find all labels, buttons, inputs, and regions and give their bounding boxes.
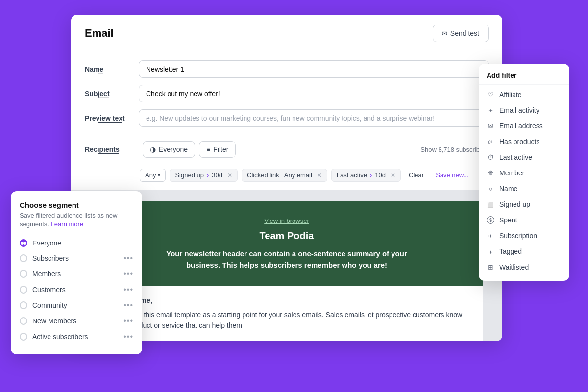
add-filter-title: Add filter <box>479 72 569 85</box>
heart-icon <box>487 91 494 98</box>
filter-tag-last-active: Last active › 10d ✕ <box>331 169 401 182</box>
segment-item-members[interactable]: Members ••• <box>20 266 133 282</box>
preview-text-row: Preview text <box>85 109 489 127</box>
everyone-button[interactable]: Everyone <box>143 141 195 158</box>
dollar-icon <box>487 216 494 224</box>
name-label: Name <box>85 65 139 73</box>
member-icon <box>487 169 494 177</box>
filter-tag-label: Clicked link <box>247 172 279 179</box>
radio-new-members <box>20 317 27 325</box>
radio-active-subscribers <box>20 333 27 341</box>
segment-item-new-members[interactable]: New Members ••• <box>20 313 133 329</box>
send-icon: ✉ <box>442 30 447 37</box>
email-card-header: Email ✉ Send test <box>71 15 502 50</box>
pie-icon <box>150 146 156 153</box>
form-section: Name Subject Preview text <box>71 50 502 127</box>
filter-option-name[interactable]: Name <box>479 181 569 196</box>
segment-item-everyone[interactable]: Everyone <box>20 236 133 250</box>
company-name: Team Podia <box>110 230 463 242</box>
name-input[interactable] <box>139 60 489 78</box>
filter-option-subscription[interactable]: Subscription <box>479 228 569 244</box>
close-icon[interactable]: ✕ <box>317 172 322 179</box>
any-dropdown[interactable]: Any ▾ <box>140 169 166 182</box>
save-new-button[interactable]: Save new... <box>432 169 472 181</box>
close-icon[interactable]: ✕ <box>227 172 232 179</box>
preview-text-input[interactable] <box>139 109 489 127</box>
calendar-icon <box>487 200 494 208</box>
clear-button[interactable]: Clear <box>405 169 428 181</box>
learn-more-link[interactable]: Learn more <box>51 220 83 228</box>
clock-icon <box>487 153 494 161</box>
filter-tag-value: 30d <box>212 172 222 179</box>
segment-panel-title: Choose segment <box>20 201 133 209</box>
segment-item-customers[interactable]: Customers ••• <box>20 282 133 297</box>
email-body: Hi First name, You can use this email te… <box>91 286 483 341</box>
preview-header-text: Your newsletter header can contain a one… <box>164 248 409 270</box>
filter-tag-operator: › <box>207 172 209 179</box>
filter-tag-value: 10d <box>375 172 386 179</box>
name-row: Name <box>85 60 489 78</box>
filter-tag-label: Last active <box>337 172 367 179</box>
radio-subscribers <box>20 254 27 262</box>
close-icon[interactable]: ✕ <box>391 172 395 179</box>
more-options-icon[interactable]: ••• <box>123 254 133 263</box>
filter-tag-label: Signed up <box>175 172 204 179</box>
envelope-icon <box>487 122 494 130</box>
chevron-down-icon: ▾ <box>158 172 160 178</box>
subject-row: Subject <box>85 85 489 102</box>
filter-option-email-address[interactable]: Email address <box>479 118 569 134</box>
radio-community <box>20 301 27 309</box>
person-icon <box>487 185 494 193</box>
preview-header: View in browser Team Podia Your newslett… <box>91 201 483 286</box>
radio-members <box>20 270 27 278</box>
bag-icon <box>487 138 494 146</box>
segment-item-community[interactable]: Community ••• <box>20 297 133 313</box>
segment-panel: Choose segment Save filtered audience li… <box>11 191 142 354</box>
filter-icon <box>206 146 210 153</box>
send-test-button[interactable]: ✉ Send test <box>433 24 489 42</box>
more-options-icon[interactable]: ••• <box>123 332 133 341</box>
segment-item-subscribers[interactable]: Subscribers ••• <box>20 250 133 266</box>
more-options-icon[interactable]: ••• <box>123 270 133 278</box>
filter-button[interactable]: Filter <box>199 141 236 158</box>
list-icon <box>487 263 494 271</box>
email-title: Email <box>85 27 114 40</box>
add-filter-panel: Add filter Affiliate Email activity Emai… <box>479 64 569 281</box>
body-paragraph: You can use this email template as a sta… <box>104 309 469 331</box>
subject-label: Subject <box>85 90 139 98</box>
filter-option-member[interactable]: Member <box>479 165 569 181</box>
filter-option-has-products[interactable]: Has products <box>479 134 569 149</box>
more-options-icon[interactable]: ••• <box>123 317 133 325</box>
filter-option-email-activity[interactable]: Email activity <box>479 102 569 118</box>
filter-tag-clicked-link: Clicked link Any email ✕ <box>242 169 327 182</box>
tag-icon <box>487 247 494 255</box>
subscription-icon <box>487 232 494 240</box>
more-options-icon[interactable]: ••• <box>123 285 133 294</box>
segment-panel-desc: Save filtered audience lists as new segm… <box>20 211 133 229</box>
filter-tag-signed-up: Signed up › 30d ✕ <box>170 169 238 182</box>
more-options-icon[interactable]: ••• <box>123 301 133 310</box>
filter-option-signed-up[interactable]: Signed up <box>479 196 569 212</box>
subject-input[interactable] <box>139 85 489 102</box>
filter-tag-operator: › <box>370 172 372 179</box>
segment-item-active-subscribers[interactable]: Active subscribers ••• <box>20 329 133 344</box>
filter-tag-value: Any email <box>284 172 312 179</box>
filter-tags-row: Any ▾ Signed up › 30d ✕ Clicked link Any… <box>71 165 502 190</box>
filter-option-last-active[interactable]: Last active <box>479 149 569 165</box>
filter-option-waitlisted[interactable]: Waitlisted <box>479 259 569 275</box>
preview-text-label: Preview text <box>85 114 139 122</box>
paper-plane-icon <box>487 106 494 114</box>
recipients-row: Recipients Everyone Filter Show 8,718 su… <box>71 134 502 165</box>
hi-line: Hi First name, <box>104 296 469 304</box>
view-in-browser-link[interactable]: View in browser <box>110 217 463 224</box>
filter-option-spent[interactable]: Spent <box>479 212 569 228</box>
radio-customers <box>20 286 27 294</box>
filter-option-affiliate[interactable]: Affiliate <box>479 87 569 102</box>
recipients-label: Recipients <box>85 146 139 153</box>
filter-option-tagged[interactable]: Tagged <box>479 244 569 259</box>
radio-everyone <box>20 239 27 247</box>
